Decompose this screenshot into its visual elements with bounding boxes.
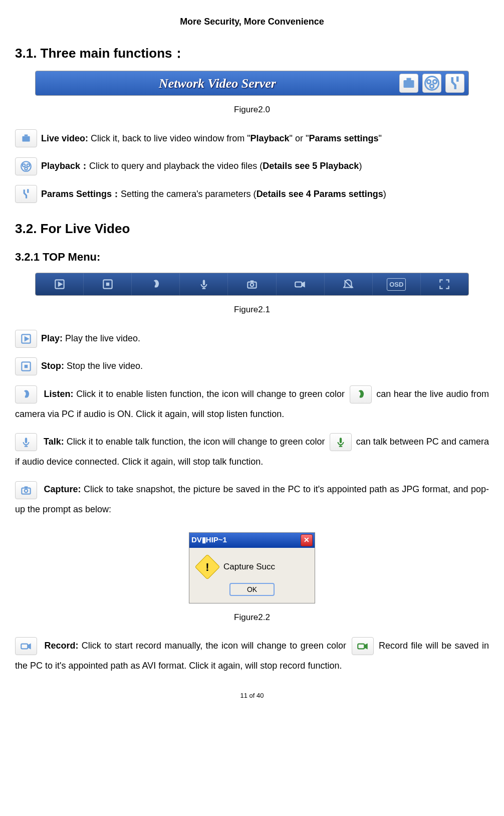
capture-dialog: DV▮HIP~1 ✕ Capture Succ OK bbox=[189, 532, 315, 603]
listen-desc: Listen: Click it to enable listen functi… bbox=[15, 384, 489, 424]
banner-icons bbox=[399, 74, 468, 93]
svg-point-30 bbox=[25, 489, 28, 492]
talk-active-icon bbox=[330, 433, 352, 451]
svg-point-11 bbox=[27, 164, 30, 166]
toolbar-capture-icon[interactable] bbox=[228, 273, 276, 295]
section-3-2-1-title: 3.2.1 TOP Menu: bbox=[15, 249, 489, 265]
svg-rect-21 bbox=[295, 282, 302, 287]
play-desc: Play: Play the live video. bbox=[15, 329, 489, 349]
dialog-footer: OK bbox=[189, 580, 315, 603]
toolbar-fullscreen-icon[interactable] bbox=[421, 273, 468, 295]
top-menu-toolbar: OSD bbox=[35, 273, 469, 296]
section-3-1-title: 3.1. Three main functions： bbox=[15, 44, 489, 63]
svg-rect-0 bbox=[404, 80, 414, 88]
svg-rect-6 bbox=[456, 77, 459, 82]
figure-2-0-caption: Figure2.0 bbox=[15, 103, 489, 116]
live-video-icon bbox=[15, 129, 37, 147]
toolbar-play-icon[interactable] bbox=[36, 273, 84, 295]
svg-rect-32 bbox=[358, 644, 364, 649]
svg-point-3 bbox=[427, 80, 431, 84]
record-active-icon bbox=[352, 637, 374, 655]
toolbar-osd-icon[interactable]: OSD bbox=[373, 273, 421, 295]
playback-desc: Playback：Click to query and playback the… bbox=[15, 156, 489, 176]
record-label: Record: bbox=[44, 641, 78, 651]
figure-2-2-caption: Figure2.2 bbox=[15, 611, 489, 624]
nvs-banner: Network Video Server bbox=[35, 71, 469, 96]
play-icon bbox=[15, 330, 37, 348]
svg-rect-25 bbox=[25, 365, 28, 368]
svg-rect-19 bbox=[250, 281, 254, 282]
banner-playback-icon[interactable] bbox=[422, 74, 441, 93]
dialog-titlebar: DV▮HIP~1 ✕ bbox=[189, 533, 315, 548]
svg-rect-29 bbox=[25, 486, 28, 488]
playback-label: Playback： bbox=[41, 161, 89, 171]
dialog-title-text: DV▮HIP~1 bbox=[191, 534, 227, 546]
svg-rect-7 bbox=[22, 136, 30, 142]
params-label: Params Settings： bbox=[41, 189, 121, 199]
listen-label: Listen: bbox=[44, 389, 74, 399]
stop-desc: Stop: Stop the live video. bbox=[15, 356, 489, 376]
section-3-2-title: 3.2. For Live Video bbox=[15, 219, 489, 239]
live-video-desc: Live video: Click it, back to live video… bbox=[15, 129, 489, 149]
playback-icon bbox=[15, 157, 37, 175]
listen-icon bbox=[15, 385, 37, 403]
svg-point-12 bbox=[25, 167, 27, 170]
capture-label: Capture: bbox=[44, 484, 81, 494]
svg-rect-13 bbox=[27, 189, 29, 193]
svg-point-4 bbox=[433, 80, 437, 84]
capture-icon bbox=[15, 481, 37, 499]
svg-rect-1 bbox=[407, 78, 411, 81]
ok-button[interactable]: OK bbox=[229, 583, 275, 596]
listen-active-icon bbox=[350, 385, 372, 403]
svg-rect-16 bbox=[106, 283, 109, 286]
capture-desc: Capture: Click to take snapshot, the pic… bbox=[15, 480, 489, 519]
svg-rect-26 bbox=[25, 438, 27, 444]
toolbar-listen-icon[interactable] bbox=[132, 273, 180, 295]
play-label: Play: bbox=[41, 333, 63, 343]
stop-label: Stop: bbox=[41, 361, 64, 371]
toolbar-talk-icon[interactable] bbox=[180, 273, 228, 295]
record-icon bbox=[15, 637, 37, 655]
svg-point-10 bbox=[23, 164, 25, 166]
banner-params-settings-icon[interactable] bbox=[445, 74, 464, 93]
live-video-label: Live video: bbox=[41, 133, 88, 143]
toolbar-alarm-icon[interactable] bbox=[325, 273, 373, 295]
svg-rect-8 bbox=[25, 135, 28, 136]
warning-icon bbox=[195, 554, 220, 579]
toolbar-stop-icon[interactable] bbox=[84, 273, 132, 295]
svg-rect-31 bbox=[21, 644, 28, 649]
dialog-body: Capture Succ bbox=[189, 548, 315, 580]
capture-dialog-wrap: DV▮HIP~1 ✕ Capture Succ OK bbox=[15, 532, 489, 603]
params-settings-icon bbox=[15, 185, 37, 203]
banner-live-video-icon[interactable] bbox=[399, 74, 418, 93]
dialog-message: Capture Succ bbox=[223, 560, 275, 573]
talk-label: Talk: bbox=[44, 437, 64, 447]
banner-title: Network Video Server bbox=[36, 74, 399, 93]
close-icon[interactable]: ✕ bbox=[301, 534, 313, 546]
svg-point-5 bbox=[430, 84, 434, 88]
figure-2-1-caption: Figure2.1 bbox=[15, 303, 489, 316]
params-desc: Params Settings：Setting the camera's par… bbox=[15, 184, 489, 205]
page-number: 11 of 40 bbox=[15, 691, 489, 701]
svg-rect-27 bbox=[339, 438, 341, 444]
talk-desc: Talk: Click it to enable talk function, … bbox=[15, 432, 489, 472]
talk-icon bbox=[15, 433, 37, 451]
toolbar-record-icon[interactable] bbox=[277, 273, 325, 295]
svg-point-20 bbox=[250, 283, 254, 287]
svg-rect-17 bbox=[203, 280, 205, 286]
page-header: More Security, More Convenience bbox=[15, 15, 489, 29]
record-desc: Record: Click to start record manually, … bbox=[15, 636, 489, 676]
stop-icon bbox=[15, 357, 37, 375]
